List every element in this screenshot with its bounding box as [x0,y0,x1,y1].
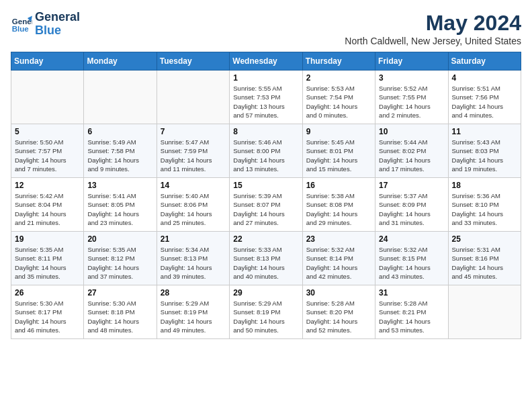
day-info: Sunrise: 5:38 AMSunset: 8:08 PMDaylight:… [306,191,371,227]
day-info: Sunrise: 5:53 AMSunset: 7:54 PMDaylight:… [306,84,371,120]
calendar-cell: 23Sunrise: 5:32 AMSunset: 8:14 PMDayligh… [302,232,375,285]
calendar-cell: 2Sunrise: 5:53 AMSunset: 7:54 PMDaylight… [302,71,375,124]
calendar-table: SundayMondayTuesdayWednesdayThursdayFrid… [11,52,521,339]
day-number: 4 [452,73,517,83]
day-info: Sunrise: 5:43 AMSunset: 8:03 PMDaylight:… [452,138,517,173]
calendar-cell: 28Sunrise: 5:29 AMSunset: 8:19 PMDayligh… [157,285,229,339]
calendar-week-row-3: 12Sunrise: 5:42 AMSunset: 8:04 PMDayligh… [11,178,521,232]
day-number: 25 [452,234,517,244]
calendar-cell: 7Sunrise: 5:47 AMSunset: 7:59 PMDaylight… [157,124,229,178]
calendar-cell: 17Sunrise: 5:37 AMSunset: 8:09 PMDayligh… [375,178,448,232]
calendar-cell: 22Sunrise: 5:33 AMSunset: 8:13 PMDayligh… [230,232,302,285]
day-info: Sunrise: 5:47 AMSunset: 7:59 PMDaylight:… [161,138,226,173]
calendar-cell: 21Sunrise: 5:34 AMSunset: 8:13 PMDayligh… [157,232,229,285]
day-info: Sunrise: 5:41 AMSunset: 8:05 PMDaylight:… [87,191,152,227]
calendar-cell: 15Sunrise: 5:39 AMSunset: 8:07 PMDayligh… [230,178,302,232]
calendar-cell: 26Sunrise: 5:30 AMSunset: 8:17 PMDayligh… [11,285,84,339]
day-info: Sunrise: 5:29 AMSunset: 8:19 PMDaylight:… [233,299,298,334]
day-number: 2 [306,73,371,83]
day-info: Sunrise: 5:30 AMSunset: 8:17 PMDaylight:… [15,299,80,334]
day-info: Sunrise: 5:45 AMSunset: 8:01 PMDaylight:… [306,138,371,173]
calendar-cell: 16Sunrise: 5:38 AMSunset: 8:08 PMDayligh… [302,178,375,232]
day-number: 29 [233,288,298,298]
calendar-cell: 3Sunrise: 5:52 AMSunset: 7:55 PMDaylight… [375,71,448,124]
day-number: 3 [379,73,444,83]
day-number: 24 [379,234,444,244]
day-info: Sunrise: 5:35 AMSunset: 8:12 PMDaylight:… [87,245,152,281]
calendar-cell [84,71,157,124]
calendar-cell [157,71,229,124]
calendar-cell: 24Sunrise: 5:32 AMSunset: 8:15 PMDayligh… [375,232,448,285]
day-info: Sunrise: 5:37 AMSunset: 8:09 PMDaylight:… [379,191,444,227]
day-number: 31 [379,288,444,298]
weekday-header-wednesday: Wednesday [230,52,302,71]
title-section: May 2024 North Caldwell, New Jersey, Uni… [345,11,521,46]
day-number: 26 [15,288,80,298]
day-number: 9 [306,127,371,136]
calendar-cell: 27Sunrise: 5:30 AMSunset: 8:18 PMDayligh… [84,285,157,339]
day-info: Sunrise: 5:39 AMSunset: 8:07 PMDaylight:… [233,191,298,227]
day-info: Sunrise: 5:51 AMSunset: 7:56 PMDaylight:… [452,84,517,120]
day-info: Sunrise: 5:36 AMSunset: 8:10 PMDaylight:… [452,191,517,227]
calendar-cell [11,71,84,124]
calendar-cell: 6Sunrise: 5:49 AMSunset: 7:58 PMDaylight… [84,124,157,178]
calendar-week-row-4: 19Sunrise: 5:35 AMSunset: 8:11 PMDayligh… [11,232,521,285]
day-number: 21 [161,234,226,244]
day-number: 12 [15,181,80,190]
day-info: Sunrise: 5:28 AMSunset: 8:21 PMDaylight:… [379,299,444,334]
day-number: 16 [306,181,371,190]
day-number: 18 [452,181,517,190]
day-info: Sunrise: 5:44 AMSunset: 8:02 PMDaylight:… [379,138,444,173]
day-number: 14 [161,181,226,190]
day-info: Sunrise: 5:28 AMSunset: 8:20 PMDaylight:… [306,299,371,334]
day-number: 10 [379,127,444,136]
day-info: Sunrise: 5:46 AMSunset: 8:00 PMDaylight:… [233,138,298,173]
weekday-header-friday: Friday [375,52,448,71]
calendar-cell: 8Sunrise: 5:46 AMSunset: 8:00 PMDaylight… [230,124,302,178]
calendar-body: 1Sunrise: 5:55 AMSunset: 7:53 PMDaylight… [11,71,521,339]
calendar-cell: 14Sunrise: 5:40 AMSunset: 8:06 PMDayligh… [157,178,229,232]
calendar-week-row-1: 1Sunrise: 5:55 AMSunset: 7:53 PMDaylight… [11,71,521,124]
day-number: 22 [233,234,298,244]
calendar-cell: 10Sunrise: 5:44 AMSunset: 8:02 PMDayligh… [375,124,448,178]
logo-icon: General Blue [11,13,32,35]
day-info: Sunrise: 5:55 AMSunset: 7:53 PMDaylight:… [233,84,298,120]
day-number: 7 [161,127,226,136]
day-info: Sunrise: 5:52 AMSunset: 7:55 PMDaylight:… [379,84,444,120]
weekday-header-sunday: Sunday [11,52,84,71]
day-number: 20 [87,234,152,244]
day-info: Sunrise: 5:32 AMSunset: 8:14 PMDaylight:… [306,245,371,281]
header: General Blue General Blue May 2024 North… [11,11,521,46]
calendar-week-row-5: 26Sunrise: 5:30 AMSunset: 8:17 PMDayligh… [11,285,521,339]
day-number: 5 [15,127,80,136]
calendar-cell: 20Sunrise: 5:35 AMSunset: 8:12 PMDayligh… [84,232,157,285]
day-number: 6 [87,127,152,136]
day-info: Sunrise: 5:29 AMSunset: 8:19 PMDaylight:… [161,299,226,334]
day-number: 23 [306,234,371,244]
svg-text:Blue: Blue [12,24,30,32]
weekday-header-row: SundayMondayTuesdayWednesdayThursdayFrid… [11,52,521,71]
calendar-cell: 29Sunrise: 5:29 AMSunset: 8:19 PMDayligh… [230,285,302,339]
weekday-header-thursday: Thursday [302,52,375,71]
calendar-cell: 1Sunrise: 5:55 AMSunset: 7:53 PMDaylight… [230,71,302,124]
calendar-cell: 5Sunrise: 5:50 AMSunset: 7:57 PMDaylight… [11,124,84,178]
calendar-cell: 12Sunrise: 5:42 AMSunset: 8:04 PMDayligh… [11,178,84,232]
logo-text-blue: Blue [35,24,80,38]
day-number: 15 [233,181,298,190]
day-number: 27 [87,288,152,298]
day-number: 30 [306,288,371,298]
logo-text-general: General [35,11,80,24]
day-info: Sunrise: 5:50 AMSunset: 7:57 PMDaylight:… [15,138,80,173]
logo: General Blue General Blue [11,11,80,38]
day-info: Sunrise: 5:30 AMSunset: 8:18 PMDaylight:… [87,299,152,334]
calendar-cell: 25Sunrise: 5:31 AMSunset: 8:16 PMDayligh… [448,232,521,285]
calendar-week-row-2: 5Sunrise: 5:50 AMSunset: 7:57 PMDaylight… [11,124,521,178]
calendar-cell: 31Sunrise: 5:28 AMSunset: 8:21 PMDayligh… [375,285,448,339]
weekday-header-saturday: Saturday [448,52,521,71]
day-info: Sunrise: 5:42 AMSunset: 8:04 PMDaylight:… [15,191,80,227]
weekday-header-monday: Monday [84,52,157,71]
day-number: 11 [452,127,517,136]
day-info: Sunrise: 5:35 AMSunset: 8:11 PMDaylight:… [15,245,80,281]
day-info: Sunrise: 5:33 AMSunset: 8:13 PMDaylight:… [233,245,298,281]
day-info: Sunrise: 5:40 AMSunset: 8:06 PMDaylight:… [161,191,226,227]
